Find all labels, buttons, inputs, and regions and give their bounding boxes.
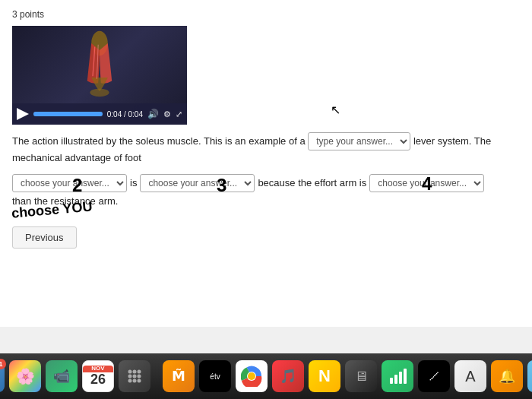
notes-icon: N [318,366,331,386]
svg-point-9 [133,379,137,383]
dock-texteditor[interactable]: A [454,360,486,392]
appletv-icon: étv [210,372,220,381]
text-part1: The action illustrated by the soleus mus… [12,135,306,147]
svg-rect-14 [390,378,393,384]
dock-facetime[interactable]: 📹 [46,360,78,392]
dock-launchpad[interactable] [119,360,150,392]
svg-point-13 [248,372,255,380]
volume-icon[interactable]: 🔊 [147,109,159,119]
bars-icon [388,367,407,385]
grid-icon [126,368,143,385]
dock-screens[interactable]: 🖥 [345,360,377,392]
chrome-icon [241,366,262,387]
svg-rect-17 [404,369,407,384]
svg-point-8 [128,379,132,383]
dock-bars[interactable] [382,360,413,392]
previous-button[interactable]: Previous [12,226,77,249]
muscle-svg [69,30,130,98]
question-text-row1: The action illustrated by the soleus mus… [12,132,514,166]
dock-photos[interactable]: 🌸 [9,360,41,392]
mail-badge: 1 [0,359,6,369]
notification-icon: 🔔 [499,368,515,385]
music-icon: 🎵 [280,368,296,385]
svg-rect-16 [399,372,402,384]
dock-slash[interactable]: ⟋ [418,360,450,392]
main-content: 3 points 0:04 / 0:04 🔊 [0,0,532,327]
dropdowns-row: choose your answer... first class second… [12,174,520,207]
progress-fill [33,112,103,116]
dock-notes[interactable]: N [309,360,340,392]
svg-point-6 [133,375,137,378]
taskbar: ✉ 1 🌸 📹 NOV 26 M̃ étv [0,353,532,399]
facetime-icon: 📹 [53,368,70,385]
photos-icon: 🌸 [16,367,35,385]
points-label: 3 points [12,9,520,20]
screens-icon: 🖥 [354,369,368,385]
dropdown2-select[interactable]: choose your answer... first class second… [12,174,127,192]
svg-point-10 [138,379,141,383]
dropdown3-select[interactable]: choose your answer... first class second… [140,174,255,192]
play-button[interactable] [17,108,29,120]
svg-rect-15 [394,375,397,384]
progress-bar[interactable] [33,112,103,116]
svg-point-3 [133,370,137,374]
time-display: 0:04 / 0:04 [107,110,143,119]
dock-calendar[interactable]: NOV 26 [82,360,114,392]
dock-music[interactable]: 🎵 [272,360,304,392]
dropdown4-select[interactable]: choose your answer... longer shorter equ… [369,174,484,192]
dock-appletv[interactable]: étv [199,360,231,392]
label-because: because the effort arm is [258,177,366,188]
video-controls: 0:04 / 0:04 🔊 ⚙ ⤢ [12,103,187,125]
texteditor-icon: A [465,368,475,385]
label-is: is [130,177,137,188]
slash-icon: ⟋ [426,366,442,386]
settings-icon[interactable]: ⚙ [163,109,171,119]
dock-chrome[interactable] [236,360,268,392]
calendar-day: 26 [90,372,106,388]
amazon-icon: M̃ [172,368,185,385]
fullscreen-icon[interactable]: ⤢ [176,109,182,119]
svg-point-2 [128,370,132,374]
svg-point-4 [138,370,141,374]
svg-point-1 [90,88,109,97]
dock-mail[interactable]: ✉ 1 [0,360,5,392]
dock-amazon[interactable]: M̃ [163,360,195,392]
video-player[interactable]: 0:04 / 0:04 🔊 ⚙ ⤢ [12,26,187,125]
dock-notification[interactable]: 🔔 [491,360,523,392]
dropdown1-type-answer[interactable]: type your answer... [308,132,410,150]
label-than: than the resistance arm. [12,195,118,207]
svg-point-5 [128,375,132,378]
dock-finder[interactable] [527,360,532,392]
svg-point-7 [138,375,141,378]
